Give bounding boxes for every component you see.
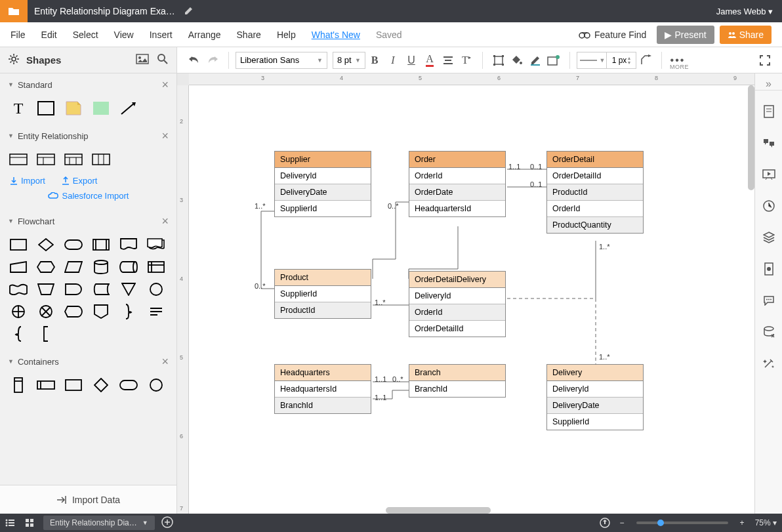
cont-circle[interactable] [147,378,165,392]
fc-manualinput[interactable] [9,260,28,274]
cont-swimlane-h[interactable] [37,378,55,392]
cont-diamond[interactable] [92,378,110,392]
share-button[interactable]: Share [720,26,772,44]
zoom-out-button[interactable]: − [620,518,625,527]
rect-shape[interactable] [37,101,55,115]
fc-internalstorage[interactable] [147,260,165,274]
menu-share[interactable]: Share [237,30,261,40]
presentation-icon[interactable] [760,165,778,184]
fill-color-button[interactable] [510,53,524,68]
text-color-button[interactable]: A [422,53,437,68]
menu-view[interactable]: View [114,30,134,40]
horizontal-scrollbar[interactable] [386,507,491,514]
block-shape[interactable] [92,101,110,115]
zoom-level[interactable]: 75% ▾ [755,518,777,527]
insert-image-icon[interactable] [136,54,149,67]
border-color-button[interactable] [528,53,543,68]
er-import[interactable]: Import [9,176,45,186]
align-button[interactable] [441,53,455,68]
er-entity-shape-4[interactable] [92,152,110,167]
folder-icon[interactable] [0,0,28,22]
font-size-select[interactable]: 8 pt▼ [333,52,365,69]
rename-icon[interactable] [184,6,194,17]
redo-button[interactable] [205,53,220,68]
page-settings-icon[interactable] [760,102,778,121]
text-shape[interactable]: T [9,101,28,115]
master-pages-icon[interactable] [760,260,778,278]
fullscreen-button[interactable] [758,53,772,68]
section-containers[interactable]: ▼Containers× [0,350,176,373]
chat-icon[interactable] [760,291,778,310]
cont-swimlane-v[interactable] [9,378,28,392]
fc-brace-left[interactable] [9,327,28,341]
fc-delay[interactable] [64,282,83,297]
menu-whats-new[interactable]: What's New [312,30,360,40]
fc-merge[interactable] [119,282,138,297]
fc-sumjunction[interactable] [37,304,55,319]
fc-connector[interactable] [147,282,165,297]
fc-or[interactable] [9,304,28,319]
menu-file[interactable]: File [10,30,26,40]
entity-order[interactable]: Order OrderId OrderDate HeadquartersId [409,151,506,217]
comments-icon[interactable] [760,134,778,152]
font-select[interactable]: Liberation Sans▼ [236,52,327,69]
add-page-button[interactable] [161,516,173,530]
vertical-scrollbar[interactable] [748,85,754,190]
magic-wand-icon[interactable] [760,354,778,373]
feature-find[interactable]: Feature Find [579,30,646,40]
close-icon[interactable]: × [161,129,169,143]
layers-icon[interactable] [760,228,778,247]
grid-view-icon[interactable] [20,518,39,527]
menu-help[interactable]: Help [277,30,296,40]
fc-process[interactable] [9,237,28,252]
fc-data[interactable] [64,260,83,274]
cont-rect[interactable] [64,378,83,392]
history-icon[interactable] [760,197,778,215]
entity-delivery[interactable]: Delivery DeliveryId DeliveryDate Supplie… [546,364,644,430]
zoom-slider[interactable] [636,522,728,524]
er-salesforce-import[interactable]: Salesforce Import [9,191,167,201]
er-export[interactable]: Export [61,176,98,186]
fc-manualop[interactable] [37,282,55,297]
canvas[interactable]: Supplier DeliveryId DeliveryDate Supplie… [189,85,754,514]
fc-terminator[interactable] [64,237,83,252]
entity-supplier[interactable]: Supplier DeliveryId DeliveryDate Supplie… [274,151,371,217]
text-options-button[interactable]: T▸ [459,53,474,68]
cont-pill[interactable] [119,378,138,392]
fc-display[interactable] [64,304,83,319]
italic-button[interactable]: I [386,53,400,68]
er-entity-shape-2[interactable] [37,152,55,167]
fc-predefined[interactable] [92,237,110,252]
fc-database[interactable] [92,260,110,274]
close-icon[interactable]: × [161,215,169,228]
underline-button[interactable]: U [404,53,419,68]
entity-product[interactable]: Product SupplierId ProductId [274,269,371,319]
collapse-panel-icon[interactable]: » [755,77,782,91]
fc-storeddata[interactable] [92,282,110,297]
zoom-in-button[interactable]: + [740,518,745,527]
fc-note-lines[interactable] [147,304,165,319]
fc-decision[interactable] [37,237,55,252]
section-standard[interactable]: ▼Standard× [0,73,176,96]
page-tab[interactable]: Entity Relationship Dia…▼ [43,516,155,530]
menu-arrange[interactable]: Arrange [188,30,221,40]
arrow-shape[interactable] [119,101,138,115]
user-menu[interactable]: James Webb ▾ [707,7,782,16]
shapes-settings-icon[interactable] [8,53,20,68]
present-button[interactable]: ▶Present [657,26,714,44]
entity-branch[interactable]: Branch BranchId [409,364,506,398]
fc-directdata[interactable] [119,260,138,274]
line-style-select[interactable]: ▼ [577,52,607,69]
document-title[interactable]: Entity Relationship Diagram Exa… [34,6,175,16]
fc-offpage[interactable] [92,304,110,319]
section-er[interactable]: ▼Entity Relationship× [0,125,176,147]
shape-options-button[interactable] [546,53,561,68]
entity-headquarters[interactable]: Headquarters HeadquartersId BranchId [274,364,371,414]
fc-brace-right[interactable] [119,304,138,319]
autosave-indicator-icon[interactable] [595,518,615,528]
menu-insert[interactable]: Insert [150,30,173,40]
fc-bracket[interactable] [37,327,55,341]
note-shape[interactable] [64,101,83,115]
shape-bounds-button[interactable] [491,53,506,68]
entity-orderdetail[interactable]: OrderDetail OrderDetailId ProductId Orde… [546,151,644,234]
